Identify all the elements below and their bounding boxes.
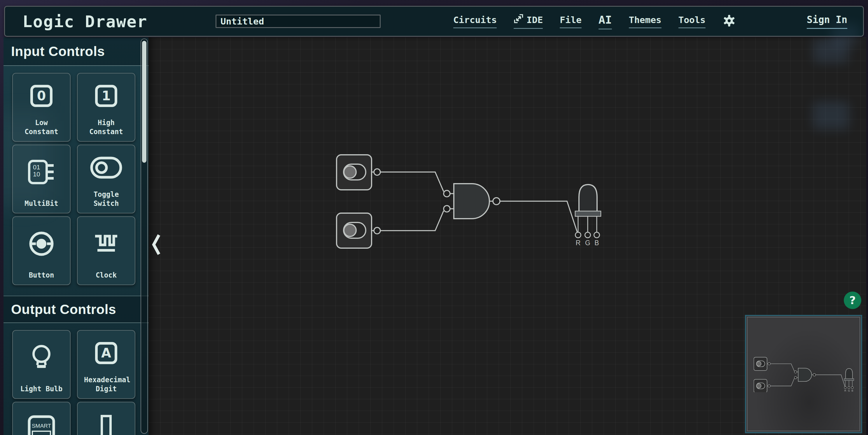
- sign-in-label: Sign In: [807, 14, 847, 25]
- menu-label: Themes: [629, 14, 661, 25]
- palette-item-multibit[interactable]: 01 10 MultiBit: [12, 145, 70, 213]
- project-title-input[interactable]: [216, 14, 381, 28]
- menu-underline: [598, 29, 612, 29]
- palette-item-toggle-switch[interactable]: Toggle Switch: [77, 145, 135, 213]
- palette-item-low-constant[interactable]: 0 Low Constant: [12, 73, 70, 142]
- svg-text:10101: 10101: [29, 433, 55, 435]
- clock-wave-icon: [93, 232, 120, 255]
- app-logo: Logic Drawer: [23, 12, 148, 31]
- menu-item-file[interactable]: File: [560, 14, 582, 28]
- main-menu: Circuits IDE File AI Theme: [453, 7, 735, 36]
- palette-item-label: Button: [29, 271, 54, 280]
- settings-button[interactable]: [723, 14, 735, 28]
- input-controls-grid: 0 Low Constant 1 High Constant 01 10: [12, 73, 149, 285]
- palette-item-label: MultiBit: [25, 199, 58, 208]
- sidebar-collapse-button[interactable]: [151, 233, 161, 257]
- menu-label: IDE: [526, 14, 543, 25]
- menu-underline: [560, 27, 582, 28]
- output-controls-grid: Light Bulb A Hexadecimal Digit SMART 101…: [12, 330, 149, 435]
- menu-label: File: [560, 14, 582, 25]
- menu-item-ide[interactable]: IDE: [514, 14, 543, 29]
- light-bulb-icon: [29, 343, 54, 372]
- section-header-output-controls: Output Controls: [3, 296, 149, 323]
- toggle-switch-icon: [90, 156, 123, 180]
- high-constant-icon: 1: [95, 85, 117, 107]
- palette-item-smart-display[interactable]: SMART 10101: [12, 402, 70, 435]
- palette-item-label: Hexadecimal Digit: [84, 375, 128, 394]
- menu-underline: [678, 27, 706, 28]
- svg-text:01: 01: [33, 163, 40, 171]
- menu-underline: [629, 27, 661, 28]
- sidebar-scrollbar-thumb[interactable]: [142, 41, 147, 163]
- help-button[interactable]: ?: [844, 291, 861, 309]
- menu-label: AI: [598, 13, 612, 26]
- app-header: Logic Drawer Circuits IDE File A: [4, 6, 864, 37]
- menu-item-circuits[interactable]: Circuits: [453, 14, 497, 28]
- sidebar-scrollbar-track[interactable]: [141, 38, 148, 434]
- svg-text:10: 10: [33, 170, 40, 178]
- menu-item-themes[interactable]: Themes: [629, 14, 661, 28]
- hex-digit-icon: A: [95, 342, 117, 364]
- palette-item-label: Low Constant: [19, 118, 64, 136]
- minimap-viewport: [747, 317, 860, 431]
- section-header-input-controls: Input Controls: [3, 37, 149, 66]
- palette-item-clock[interactable]: Clock: [77, 216, 135, 285]
- gear-icon: [723, 14, 735, 28]
- palette-item-label: High Constant: [84, 118, 128, 136]
- menu-underline: [453, 27, 497, 28]
- palette-item-high-constant[interactable]: 1 High Constant: [77, 73, 135, 142]
- chevron-left-icon: [151, 232, 161, 258]
- component-palette-sidebar: Input Controls 0 Low Constant 1 High Con…: [3, 37, 149, 435]
- rgb-led-icon: [93, 414, 119, 435]
- palette-item-light-bulb[interactable]: Light Bulb: [12, 330, 70, 399]
- minimap-circuit: [754, 356, 854, 392]
- section-title: Output Controls: [11, 302, 116, 317]
- menu-item-tools[interactable]: Tools: [678, 14, 706, 28]
- menu-label: Tools: [678, 14, 706, 25]
- menu-label: Circuits: [453, 14, 497, 25]
- palette-item-label: Light Bulb: [21, 384, 63, 394]
- multibit-chip-icon: 01 10: [27, 159, 55, 185]
- palette-item-hexadecimal-digit[interactable]: A Hexadecimal Digit: [77, 330, 135, 399]
- circuit-diagram[interactable]: [321, 146, 621, 256]
- smart-display-icon: SMART 10101: [27, 414, 55, 435]
- section-title: Input Controls: [11, 43, 105, 59]
- minimap[interactable]: [745, 315, 862, 433]
- palette-item-rgb-led[interactable]: [77, 402, 135, 435]
- palette-item-button[interactable]: Button: [12, 216, 70, 285]
- expand-diagonal-arrow-icon: [514, 14, 524, 26]
- palette-item-label: Clock: [96, 271, 117, 280]
- menu-item-ai[interactable]: AI: [598, 13, 612, 29]
- menu-underline: [514, 28, 543, 29]
- low-constant-icon: 0: [30, 85, 53, 107]
- palette-item-label: Toggle Switch: [84, 190, 128, 208]
- svg-text:SMART: SMART: [32, 423, 51, 429]
- push-button-icon: [28, 230, 55, 257]
- menu-underline: [807, 28, 847, 29]
- sign-in-button[interactable]: Sign In: [807, 7, 847, 36]
